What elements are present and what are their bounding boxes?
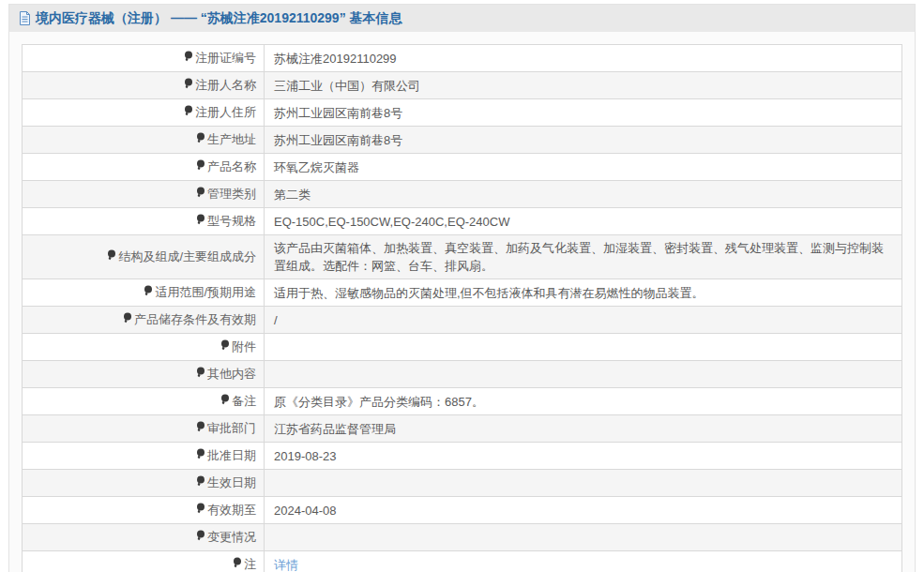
row-value: 2024-04-08 xyxy=(265,497,902,524)
lightbulb-icon xyxy=(184,50,193,68)
row-label: 适用范围/预期用途 xyxy=(23,279,265,307)
row-label-text: 附件 xyxy=(232,339,256,354)
info-panel: 境内医疗器械（注册） —— “苏械注准20192110299” 基本信息 注册证… xyxy=(8,4,916,572)
table-row: 型号规格 EQ-150C,EQ-150CW,EQ-240C,EQ-240CW xyxy=(23,208,902,235)
row-label: 备注 xyxy=(23,388,265,415)
lightbulb-icon xyxy=(184,104,193,122)
row-label-text: 产品储存条件及有效期 xyxy=(134,312,256,326)
row-label-text: 注 xyxy=(244,557,256,571)
row-value xyxy=(265,524,902,551)
table-row: 产品名称 环氧乙烷灭菌器 xyxy=(23,154,902,181)
row-label: 附件 xyxy=(23,334,265,361)
row-label-text: 备注 xyxy=(232,394,256,408)
row-value: 该产品由灭菌箱体、加热装置、真空装置、加药及气化装置、加湿装置、密封装置、残气处… xyxy=(265,235,902,279)
row-value: EQ-150C,EQ-150CW,EQ-240C,EQ-240CW xyxy=(265,208,902,235)
row-label: 结构及组成/主要组成成分 xyxy=(23,235,265,279)
table-row: 管理类别 第二类 xyxy=(23,181,902,208)
lightbulb-icon xyxy=(220,339,230,356)
table-row: 适用范围/预期用途 适用于热、湿敏感物品的灭菌处理,但不包括液体和具有潜在易燃性… xyxy=(23,279,902,307)
row-label: 生产地址 xyxy=(23,127,265,154)
lightbulb-icon xyxy=(196,213,205,231)
info-table: 注册证编号 苏械注准20192110299 注册人名称 三浦工业（中国）有限公司… xyxy=(22,44,902,572)
row-label: 有效期至 xyxy=(23,497,265,524)
row-label-text: 生产地址 xyxy=(207,132,256,146)
row-value: 第二类 xyxy=(265,181,902,208)
table-row: 注册人名称 三浦工业（中国）有限公司 xyxy=(23,72,902,99)
row-label-text: 注册证编号 xyxy=(195,51,256,65)
row-label: 生效日期 xyxy=(23,470,265,497)
table-row: 生产地址 苏州工业园区南前巷8号 xyxy=(23,127,902,154)
lightbulb-icon xyxy=(107,248,116,266)
row-value: 2019-08-23 xyxy=(265,443,902,470)
row-value: 苏州工业园区南前巷8号 xyxy=(265,99,902,127)
row-label-text: 注册人住所 xyxy=(195,105,256,119)
row-label: 审批部门 xyxy=(23,415,265,443)
lightbulb-icon xyxy=(196,186,205,203)
lightbulb-icon xyxy=(123,311,132,329)
row-label-text: 有效期至 xyxy=(207,503,256,517)
table-row: 注册证编号 苏械注准20192110299 xyxy=(23,45,902,72)
row-value: 苏州工业园区南前巷8号 xyxy=(265,127,902,154)
table-row: 结构及组成/主要组成成分 该产品由灭菌箱体、加热装置、真空装置、加药及气化装置、… xyxy=(23,235,902,279)
lightbulb-icon xyxy=(196,447,205,465)
table-row: 其他内容 xyxy=(23,361,902,388)
lightbulb-icon xyxy=(144,284,153,302)
row-label-text: 型号规格 xyxy=(207,214,256,228)
lightbulb-icon xyxy=(196,529,205,547)
lightbulb-icon xyxy=(196,131,205,149)
row-label: 其他内容 xyxy=(23,361,265,388)
row-value: 适用于热、湿敏感物品的灭菌处理,但不包括液体和具有潜在易燃性的物品装置。 xyxy=(265,279,902,307)
row-label-text: 变更情况 xyxy=(207,530,256,544)
row-label: 管理类别 xyxy=(23,181,265,208)
lightbulb-icon xyxy=(196,158,205,176)
document-icon xyxy=(19,11,31,25)
table-row: 产品储存条件及有效期 / xyxy=(23,307,902,334)
row-label-text: 生效日期 xyxy=(207,475,256,489)
table-row: 变更情况 xyxy=(23,524,902,551)
lightbulb-icon xyxy=(196,474,205,492)
row-label-text: 管理类别 xyxy=(207,187,256,201)
row-label: 批准日期 xyxy=(23,443,265,470)
row-label: 注册证编号 xyxy=(23,45,265,72)
row-label-text: 批准日期 xyxy=(207,448,256,462)
row-value: 详情 xyxy=(265,551,902,572)
panel-header: 境内医疗器械（注册） —— “苏械注准20192110299” 基本信息 xyxy=(9,5,915,32)
row-value xyxy=(265,361,902,388)
lightbulb-icon xyxy=(220,393,230,411)
details-link[interactable]: 详情 xyxy=(274,558,298,572)
row-label-text: 适用范围/预期用途 xyxy=(155,285,256,299)
row-value xyxy=(265,334,902,361)
row-label-text: 注册人名称 xyxy=(195,78,256,92)
page-title: 境内医疗器械（注册） —— “苏械注准20192110299” 基本信息 xyxy=(36,10,402,27)
row-value xyxy=(265,470,902,497)
row-label: 产品名称 xyxy=(23,154,265,181)
table-row: 有效期至 2024-04-08 xyxy=(23,497,902,524)
row-label-text: 产品名称 xyxy=(207,159,256,173)
table-row: 批准日期 2019-08-23 xyxy=(23,443,902,470)
row-value: 原《分类目录》产品分类编码：6857。 xyxy=(265,388,902,415)
row-label: 注册人名称 xyxy=(23,72,265,99)
table-row: 附件 xyxy=(23,334,902,361)
lightbulb-icon xyxy=(196,420,205,438)
lightbulb-icon xyxy=(196,502,205,519)
row-label: 产品储存条件及有效期 xyxy=(23,307,265,334)
row-value: 江苏省药品监督管理局 xyxy=(265,415,902,443)
row-label-text: 审批部门 xyxy=(207,421,256,435)
table-row: 备注 原《分类目录》产品分类编码：6857。 xyxy=(23,388,902,415)
row-label: 注册人住所 xyxy=(23,99,265,127)
row-value: / xyxy=(265,307,902,334)
panel-body: 注册证编号 苏械注准20192110299 注册人名称 三浦工业（中国）有限公司… xyxy=(9,32,915,572)
row-label: 变更情况 xyxy=(23,524,265,551)
row-value: 三浦工业（中国）有限公司 xyxy=(265,72,902,99)
table-row: 生效日期 xyxy=(23,470,902,497)
row-label: 型号规格 xyxy=(23,208,265,235)
row-label-text: 其他内容 xyxy=(207,367,256,381)
row-value: 环氧乙烷灭菌器 xyxy=(265,154,902,181)
lightbulb-icon xyxy=(184,77,193,95)
table-row: 审批部门 江苏省药品监督管理局 xyxy=(23,415,902,443)
table-row: 注册人住所 苏州工业园区南前巷8号 xyxy=(23,99,902,127)
row-value: 苏械注准20192110299 xyxy=(265,45,902,72)
lightbulb-icon xyxy=(196,366,205,384)
lightbulb-icon xyxy=(233,556,242,572)
row-label: 注 xyxy=(23,551,265,572)
